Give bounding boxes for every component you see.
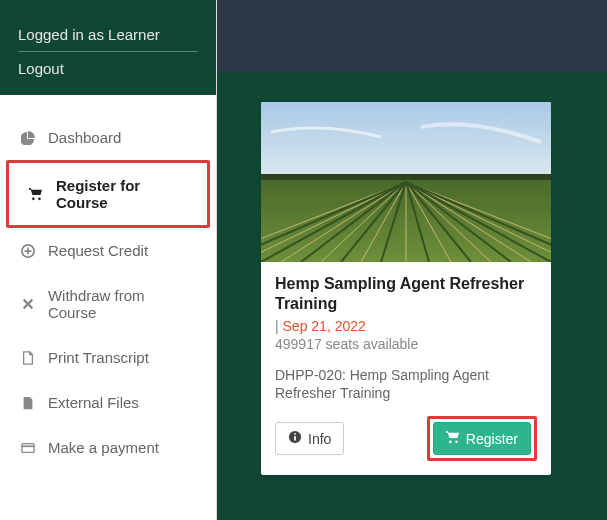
cart-icon: [29, 186, 44, 202]
course-meta: | Sep 21, 2022: [275, 318, 537, 334]
file-solid-icon: [20, 395, 36, 411]
content-area: Hemp Sampling Agent Refresher Training |…: [217, 72, 607, 495]
register-button[interactable]: Register: [433, 422, 531, 455]
credit-card-icon: [20, 440, 36, 456]
file-icon: [20, 350, 36, 366]
svg-rect-3: [261, 174, 551, 180]
sidebar: Logged in as Learner Logout Dashboard Re…: [0, 0, 217, 520]
course-card: Hemp Sampling Agent Refresher Training |…: [261, 102, 551, 475]
course-image: [261, 102, 551, 262]
pie-chart-icon: [20, 130, 36, 146]
x-icon: [20, 296, 36, 312]
logged-in-label: Logged in as Learner: [18, 26, 198, 52]
svg-rect-6: [294, 437, 296, 441]
sidebar-item-label: Make a payment: [48, 439, 159, 456]
sidebar-item-dashboard[interactable]: Dashboard: [0, 115, 216, 160]
card-body: Hemp Sampling Agent Refresher Training |…: [261, 262, 551, 475]
highlight-register-nav: Register for Course: [6, 160, 210, 228]
register-button-label: Register: [466, 431, 518, 447]
course-date: Sep 21, 2022: [283, 318, 366, 334]
sidebar-item-label: Request Credit: [48, 242, 148, 259]
course-desc: DHPP-020: Hemp Sampling Agent Refresher …: [275, 366, 537, 402]
sidebar-item-external-files[interactable]: External Files: [0, 380, 216, 425]
cart-icon: [446, 430, 460, 447]
sidebar-item-label: Print Transcript: [48, 349, 149, 366]
card-actions: Info Register: [275, 416, 537, 461]
sidebar-header: Logged in as Learner Logout: [0, 0, 216, 95]
logout-link[interactable]: Logout: [18, 60, 198, 77]
plus-circle-icon: [20, 243, 36, 259]
sidebar-item-print-transcript[interactable]: Print Transcript: [0, 335, 216, 380]
main-area: Hemp Sampling Agent Refresher Training |…: [217, 0, 607, 520]
sidebar-item-label: External Files: [48, 394, 139, 411]
sidebar-item-label: Register for Course: [56, 177, 187, 211]
meta-prefix: |: [275, 318, 283, 334]
seats-available: 499917 seats available: [275, 336, 537, 352]
sidebar-item-label: Withdraw from Course: [48, 287, 196, 321]
sidebar-item-request-credit[interactable]: Request Credit: [0, 228, 216, 273]
course-title: Hemp Sampling Agent Refresher Training: [275, 274, 537, 314]
svg-point-7: [294, 433, 296, 435]
sidebar-item-register[interactable]: Register for Course: [9, 163, 207, 225]
sidebar-item-payment[interactable]: Make a payment: [0, 425, 216, 470]
info-button-label: Info: [308, 431, 331, 447]
app-root: Logged in as Learner Logout Dashboard Re…: [0, 0, 607, 520]
sidebar-item-withdraw[interactable]: Withdraw from Course: [0, 273, 216, 335]
svg-rect-1: [22, 443, 34, 452]
sidebar-item-label: Dashboard: [48, 129, 121, 146]
highlight-register-button: Register: [427, 416, 537, 461]
info-button[interactable]: Info: [275, 422, 344, 455]
sidebar-nav: Dashboard Register for Course Request Cr…: [0, 95, 216, 470]
info-icon: [288, 430, 302, 447]
topbar: [217, 0, 607, 72]
svg-rect-2: [261, 102, 551, 180]
